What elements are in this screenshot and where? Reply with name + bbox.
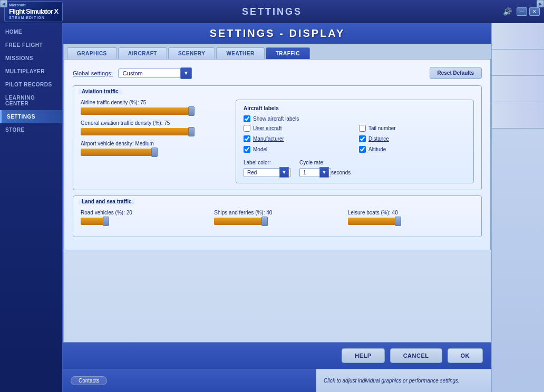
altitude-row: Altitude <box>359 146 466 153</box>
logo-ms: Microsoft <box>9 3 58 7</box>
label-color-group: Label color: Red Green Blue White Ye <box>244 160 289 178</box>
road-slider-group: Road vehicles (%): 20 ◀ ▶ <box>81 210 207 225</box>
close-button[interactable]: ✕ <box>529 7 540 16</box>
leisure-label: Leisure boats (%): 40 <box>348 210 474 215</box>
cycle-rate-group: Cycle rate: 1 2 3 5 <box>299 160 351 178</box>
road-slider-track[interactable] <box>81 218 207 225</box>
tab-bar: GRAPHICS AIRCRAFT SCENERY WEATHER TRAFFI… <box>64 44 491 59</box>
logo-steam: STEAM EDITION <box>9 16 58 20</box>
land-sea-section: Land and sea traffic Road vehicles (%): … <box>73 195 482 237</box>
tab-scenery[interactable]: SCENERY <box>168 47 215 59</box>
airport-label: Airport vehicle density: Medium <box>81 141 228 146</box>
status-bar: Click to adjust individual graphics or p… <box>316 369 491 392</box>
show-aircraft-labels-checkbox[interactable] <box>244 115 250 122</box>
sidebar-item-learning-center[interactable]: LEARNING CENTER <box>0 91 62 110</box>
road-label: Road vehicles (%): 20 <box>81 210 207 215</box>
sidebar-item-pilot-records[interactable]: PILOT RECORDS <box>0 78 62 91</box>
global-settings-select[interactable]: Custom Low Medium High Ultra High <box>118 68 192 78</box>
page-title: SETTINGS - DISPLAY <box>74 27 481 40</box>
global-select-wrap: Custom Low Medium High Ultra High ▼ <box>118 67 192 79</box>
minimize-button[interactable]: — <box>517 7 527 16</box>
sidebar-item-home[interactable]: HOME <box>0 25 62 38</box>
cycle-rate-label: Cycle rate: <box>299 160 351 165</box>
ships-slider-track[interactable] <box>214 218 340 225</box>
land-sea-label: Land and sea traffic <box>79 199 134 204</box>
cycle-rate-select-wrap: 1 2 3 5 10 ▼ <box>299 167 329 178</box>
right-panel-2 <box>492 50 544 76</box>
model-row: Model <box>244 146 351 153</box>
road-slider-wrap: ◀ ▶ <box>81 218 207 225</box>
tab-weather[interactable]: WEATHER <box>216 47 264 59</box>
label-options: Label color: Red Green Blue White Ye <box>244 160 466 178</box>
aviation-layout: Airline traffic density (%): 75 ◀ ▶ <box>81 100 474 183</box>
main-layout: HOME FREE FLIGHT MISSIONS MULTIPLAYER PI… <box>0 23 544 392</box>
aviation-traffic-section: Aviation traffic Airline traffic density… <box>73 85 482 190</box>
leisure-slider-wrap: ◀ ▶ <box>348 218 474 225</box>
manufacturer-row: Manufacturer <box>244 135 351 142</box>
manufacturer-label: Manufacturer <box>253 136 284 142</box>
sidebar-item-settings[interactable]: SETTINGS <box>0 110 62 123</box>
bottom-strip: Contacts Click to adjust individual grap… <box>63 369 491 392</box>
help-button[interactable]: HELP <box>342 348 384 363</box>
user-aircraft-label: User aircraft <box>253 125 281 131</box>
sidebar-item-multiplayer[interactable]: MULTIPLAYER <box>0 65 62 78</box>
app-logo: Microsoft Flight Simulator X STEAM EDITI… <box>4 1 63 22</box>
tail-number-checkbox[interactable] <box>359 125 366 132</box>
content-area: SETTINGS - DISPLAY GRAPHICS AIRCRAFT SCE… <box>63 23 491 392</box>
sound-icon[interactable]: 🔊 <box>503 7 514 16</box>
cancel-button[interactable]: CANCEL <box>390 348 442 363</box>
airport-slider-track[interactable] <box>81 149 228 156</box>
land-sea-content: Road vehicles (%): 20 ◀ ▶ <box>73 205 481 237</box>
sidebar: HOME FREE FLIGHT MISSIONS MULTIPLAYER PI… <box>0 23 63 392</box>
tail-number-label: Tail number <box>368 125 396 131</box>
label-color-label: Label color: <box>244 160 289 165</box>
airport-slider-group: Airport vehicle density: Medium ◀ ▶ <box>81 141 228 156</box>
airline-slider-group: Airline traffic density (%): 75 ◀ ▶ <box>81 100 228 115</box>
aviation-content: Airline traffic density (%): 75 ◀ ▶ <box>73 95 481 190</box>
manufacturer-checkbox[interactable] <box>244 135 250 142</box>
airline-slider-track[interactable] <box>81 107 228 115</box>
sidebar-item-store[interactable]: STORE <box>0 123 62 136</box>
contacts-button[interactable]: Contacts <box>71 376 107 385</box>
show-aircraft-labels-text: Show aircraft labels <box>253 116 299 122</box>
general-slider-wrap: ◀ ▶ <box>81 128 228 135</box>
sidebar-item-missions[interactable]: MISSIONS <box>0 52 62 65</box>
tab-graphics[interactable]: GRAPHICS <box>67 47 117 59</box>
airline-label: Airline traffic density (%): 75 <box>81 100 228 105</box>
leisure-slider-track[interactable] <box>348 218 474 225</box>
general-slider-group: General aviation traffic density (%): 75… <box>81 120 228 135</box>
user-aircraft-checkbox[interactable] <box>244 125 250 132</box>
user-aircraft-row: User aircraft <box>244 125 351 132</box>
bottom-bar: HELP CANCEL OK <box>63 342 491 369</box>
window-title: SETTINGS <box>242 6 302 17</box>
ok-button[interactable]: OK <box>448 348 483 363</box>
aviation-sliders: Airline traffic density (%): 75 ◀ ▶ <box>81 100 228 183</box>
aviation-traffic-label: Aviation traffic <box>79 89 122 94</box>
airport-slider-wrap: ◀ ▶ <box>81 149 228 156</box>
general-slider-track[interactable] <box>81 128 228 135</box>
altitude-checkbox[interactable] <box>359 146 366 153</box>
show-aircraft-labels-row: Show aircraft labels <box>244 115 466 122</box>
model-checkbox[interactable] <box>244 146 250 153</box>
right-panel-4 <box>492 102 544 129</box>
logo-fsx: Flight Simulator X <box>9 7 58 16</box>
contacts-bar: Contacts <box>63 369 316 392</box>
sidebar-item-free-flight[interactable]: FREE FLIGHT <box>0 38 62 52</box>
cycle-rate-select[interactable]: 1 2 3 5 10 <box>299 168 331 177</box>
panel-body: Global settings: Custom Low Medium High … <box>64 59 491 250</box>
general-label: General aviation traffic density (%): 75 <box>81 120 228 126</box>
reset-defaults-button[interactable]: Reset Defaults <box>430 67 482 79</box>
model-label: Model <box>253 146 267 152</box>
leisure-slider-right[interactable]: ▶ <box>537 0 544 7</box>
aircraft-labels-title: Aircraft labels <box>244 105 466 111</box>
label-color-select[interactable]: Red Green Blue White Yellow <box>244 168 291 177</box>
page-header: SETTINGS - DISPLAY <box>63 23 491 44</box>
tab-aircraft[interactable]: AIRCRAFT <box>118 47 167 59</box>
leisure-slider-left[interactable]: ◀ <box>0 0 7 7</box>
distance-checkbox[interactable] <box>359 135 366 142</box>
land-sea-grid: Road vehicles (%): 20 ◀ ▶ <box>81 210 474 230</box>
settings-panel: GRAPHICS AIRCRAFT SCENERY WEATHER TRAFFI… <box>63 44 491 342</box>
ships-slider-group: Ships and ferries (%): 40 ◀ ▶ <box>214 210 340 225</box>
tab-traffic[interactable]: TRAFFIC <box>266 47 310 59</box>
ships-slider-wrap: ◀ ▶ <box>214 218 340 225</box>
